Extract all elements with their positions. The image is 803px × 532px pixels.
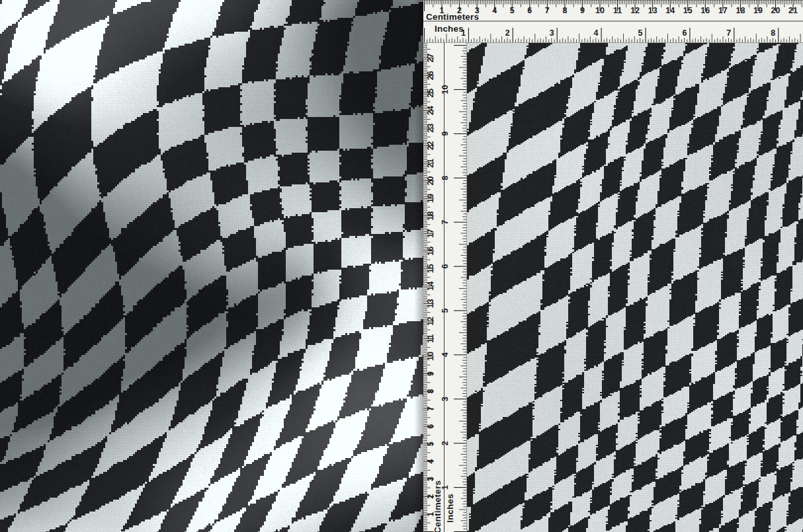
vertical-inches-label: Inches: [445, 494, 455, 523]
v-inch-number: 9: [441, 132, 450, 136]
v-inch-number: 1: [441, 485, 450, 490]
h-cm-number: 19: [753, 6, 763, 15]
h-cm-number: 17: [718, 6, 728, 15]
horizontal-centimeters-label: Centimeters: [426, 12, 479, 22]
h-cm-number: 10: [595, 6, 605, 15]
h-cm-number: 15: [683, 6, 693, 15]
draped-fabric-photo: [0, 0, 423, 532]
v-cm-number: 6: [426, 424, 435, 429]
v-cm-number: 5: [426, 441, 435, 446]
h-cm-number: 9: [580, 6, 585, 15]
v-cm-number: 18: [426, 211, 435, 221]
h-inch-number: 2: [505, 28, 510, 38]
h-cm-number: 20: [771, 6, 781, 15]
v-cm-number: 17: [426, 229, 435, 238]
v-cm-number: 19: [426, 194, 435, 203]
v-cm-number: 14: [426, 282, 435, 291]
h-cm-number: 21: [788, 6, 798, 15]
v-inch-number: 5: [441, 308, 450, 313]
v-cm-number: 20: [426, 176, 435, 186]
v-cm-number: 26: [426, 71, 435, 80]
v-inch-number: 4: [441, 352, 450, 357]
horizontal-cm-scale: 123456789101112131415161718192021: [425, 0, 802, 15]
v-cm-number: 4: [426, 459, 435, 464]
h-cm-number: 11: [613, 6, 622, 15]
v-cm-number: 10: [426, 352, 435, 361]
h-cm-number: 6: [527, 6, 532, 15]
v-cm-number: 9: [426, 371, 435, 376]
horizontal-inches-label: Inches: [435, 24, 464, 34]
v-inch-number: 8: [441, 176, 450, 180]
v-inch-number: 2: [441, 441, 450, 445]
v-cm-number: 15: [426, 264, 435, 273]
vertical-ruler: 1234567891011121314151617181920212223242…: [423, 43, 467, 532]
h-cm-number: 12: [630, 6, 640, 15]
v-cm-number: 27: [426, 54, 435, 63]
v-inch-number: 6: [441, 264, 450, 269]
h-inch-number: 1: [461, 28, 466, 38]
h-inch-number: 7: [726, 28, 731, 38]
h-cm-number: 8: [562, 6, 567, 15]
vertical-cm-scale: 1234567891011121314151617181920212223242…: [423, 44, 435, 531]
horizontal-ruler: 123456789101112131415161718192021 Centim…: [423, 0, 803, 43]
h-cm-number: 18: [736, 6, 745, 15]
h-cm-number: 4: [492, 6, 497, 15]
v-cm-number: 22: [426, 141, 435, 150]
h-cm-number: 14: [665, 6, 675, 15]
h-cm-number: 7: [545, 6, 550, 15]
horizontal-inch-scale: 12345678: [425, 28, 801, 43]
v-cm-number: 12: [426, 317, 435, 326]
v-cm-number: 21: [426, 159, 435, 168]
v-inch-number: 10: [441, 85, 450, 95]
v-cm-number: 24: [426, 106, 435, 115]
h-inch-number: 8: [771, 28, 775, 38]
v-cm-number: 11: [426, 334, 435, 343]
v-cm-number: 13: [426, 299, 435, 308]
v-inch-number: 3: [441, 397, 450, 401]
v-cm-number: 23: [426, 124, 435, 133]
h-inch-number: 4: [594, 28, 599, 38]
v-cm-number: 7: [426, 406, 435, 411]
h-cm-number: 13: [648, 6, 657, 15]
v-cm-number: 8: [426, 389, 435, 394]
h-cm-number: 5: [510, 6, 515, 15]
flat-fabric-swatch: [467, 43, 803, 532]
v-inch-number: 7: [441, 220, 450, 225]
h-inch-number: 5: [638, 28, 643, 38]
fabric-product-photo: 123456789101112131415161718192021 Centim…: [0, 0, 803, 532]
h-inch-number: 6: [682, 28, 687, 38]
v-cm-number: 25: [426, 89, 435, 98]
v-cm-number: 16: [426, 247, 435, 256]
h-cm-number: 16: [700, 6, 710, 15]
h-inch-number: 3: [550, 28, 554, 38]
